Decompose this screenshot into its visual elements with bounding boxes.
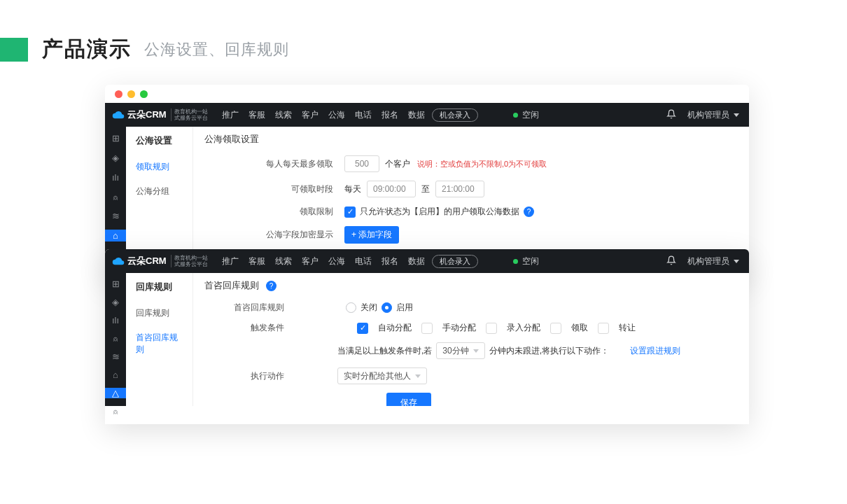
nav-signup[interactable]: 报名 [382,255,398,267]
help-icon[interactable]: ? [524,206,534,217]
rail-shield-icon[interactable]: ◈ [105,297,126,307]
nav-customers[interactable]: 客户 [302,109,318,121]
input-time-to[interactable]: 21:00:00 [435,181,484,197]
nav-data[interactable]: 数据 [408,255,425,267]
rail-shield-icon[interactable]: ◈ [105,152,126,164]
rail-dashboard-icon[interactable]: ⊞ [105,132,126,144]
subnav-first-consult-rules[interactable]: 首咨回库规则 [126,326,192,362]
chk-claim[interactable]: ✓ [550,323,561,334]
row-daily-max: 每人每天最多领取 500 个客户 说明：空或负值为不限制,0为不可领取 [204,155,738,172]
brand-tagline: 教育机构一站式服务云平台 [171,255,208,267]
rail-person-icon[interactable]: ⍝ [105,191,126,203]
presence-status[interactable]: 空闲 [513,109,539,121]
rail-stats-icon[interactable]: ılı [105,315,126,326]
presence-dot-icon [513,113,518,118]
brand-logo[interactable]: 云朵CRM 教育机构一站式服务云平台 [105,255,212,267]
notification-bell-icon[interactable] [666,255,676,267]
cloud-icon [112,255,125,267]
nav-phone[interactable]: 电话 [355,255,372,267]
presence-label: 空闲 [522,109,539,121]
presence-label: 空闲 [522,255,539,267]
radio-on[interactable] [382,302,392,313]
chk-manual-assign[interactable]: ✓ [421,323,433,334]
user-menu[interactable]: 机构管理员 [687,109,739,121]
label-claim-limit: 领取限制 [204,206,344,218]
nav-phone[interactable]: 电话 [355,109,372,121]
nav-support[interactable]: 客服 [248,255,265,267]
rail-layers-icon[interactable]: ≋ [105,351,126,362]
record-opportunity-button[interactable]: 机会录入 [432,108,478,122]
nav-publicpool[interactable]: 公海 [328,109,345,121]
opt-input-assign: 录入分配 [507,322,540,334]
label-rule-toggle: 首咨回库规则 [204,302,295,314]
chk-transfer[interactable]: ✓ [598,323,609,334]
user-menu[interactable]: 机构管理员 [687,255,739,267]
nav-customers[interactable]: 客户 [302,255,318,267]
label-daily: 每天 [344,183,361,195]
icon-rail: ⊞ ◈ ılı ⍝ ≋ ⌂ △ ⍝ [105,273,126,406]
nav-promote[interactable]: 推广 [222,109,239,121]
row-claim-limit: 领取限制 ✓ 只允许状态为【启用】的用户领取公海数据 ? [204,206,738,218]
app-header: 云朵CRM 教育机构一站式服务云平台 推广 客服 线索 客户 公海 电话 报名 … [105,103,749,127]
subnav-claim-rules[interactable]: 领取规则 [126,155,192,179]
link-set-followup-rule[interactable]: 设置跟进规则 [630,345,680,357]
rail-dashboard-icon[interactable]: ⊞ [105,279,126,289]
nav-leads[interactable]: 线索 [275,255,292,267]
help-icon[interactable]: ? [266,281,276,291]
rail-recycle-icon[interactable]: △ [105,388,126,398]
add-field-button[interactable]: + 添加字段 [344,226,399,244]
subnav-title: 回库规则 [126,273,192,301]
input-time-from[interactable]: 09:00:00 [367,181,416,197]
note-daily-max: 说明：空或负值为不限制,0为不可领取 [417,159,547,169]
mac-close-icon[interactable] [115,90,122,98]
cond-text-b: 分钟内未跟进,将执行以下动作： [489,345,609,357]
rail-home-icon[interactable]: ⌂ [105,370,126,380]
save-button[interactable]: 保存 [386,393,431,406]
rail-person-icon[interactable]: ⍝ [105,333,126,344]
rail-stats-icon[interactable]: ılı [105,172,126,183]
presence-dot-icon [513,259,518,264]
window-return-rules: 云朵CRM 教育机构一站式服务云平台 推广 客服 线索 客户 公海 电话 报名 … [105,249,749,424]
select-minutes[interactable]: 30分钟 [436,342,484,359]
row-encrypt-fields: 公海字段加密显示 + 添加字段 [204,226,738,244]
chevron-down-icon [415,374,421,378]
nav-support[interactable]: 客服 [248,109,265,121]
chevron-down-icon [734,260,739,263]
rail-user2-icon[interactable]: ⍝ [105,406,126,416]
input-daily-max[interactable]: 500 [344,155,379,172]
presence-status[interactable]: 空闲 [513,255,539,267]
brand-tagline: 教育机构一站式服务云平台 [171,108,208,121]
nav-leads[interactable]: 线索 [275,109,292,121]
rail-home-icon[interactable]: ⌂ [105,230,126,241]
label-action: 执行动作 [204,370,295,382]
chk-auto-assign[interactable]: ✓ [357,323,368,334]
row-rule-toggle: 首咨回库规则 关闭 启用 [204,302,738,314]
radio-off[interactable] [346,302,356,313]
section-title-text: 首咨回库规则 [204,280,259,292]
notification-bell-icon[interactable] [666,109,676,121]
opt-manual-assign: 手动分配 [442,322,476,334]
record-opportunity-button[interactable]: 机会录入 [432,255,478,268]
select-action[interactable]: 实时分配给其他人 [337,368,427,384]
row-trigger: 触发条件 ✓自动分配 ✓手动分配 ✓录入分配 ✓领取 ✓转让 [204,322,738,334]
nav-promote[interactable]: 推广 [222,255,239,267]
nav-publicpool[interactable]: 公海 [328,255,345,267]
radio-on-label: 启用 [396,302,413,314]
radio-off-label: 关闭 [360,302,377,314]
rail-layers-icon[interactable]: ≋ [105,211,126,223]
subnav-return-rules[interactable]: 回库规则 [126,301,192,326]
mac-min-icon[interactable] [127,90,135,98]
mac-max-icon[interactable] [140,90,148,98]
app-header: 云朵CRM 教育机构一站式服务云平台 推广 客服 线索 客户 公海 电话 报名 … [105,249,749,273]
checkbox-enabled-only[interactable]: ✓ [344,206,356,218]
nav-data[interactable]: 数据 [408,109,425,121]
label-daily-max: 每人每天最多领取 [204,158,344,170]
chk-input-assign[interactable]: ✓ [486,323,497,334]
brand-logo[interactable]: 云朵CRM 教育机构一站式服务云平台 [105,108,212,121]
label-encrypt-fields: 公海字段加密显示 [204,229,344,241]
nav-signup[interactable]: 报名 [382,109,398,121]
row-time-range: 可领取时段 每天 09:00:00 至 21:00:00 [204,181,738,197]
text-enabled-only: 只允许状态为【启用】的用户领取公海数据 [360,206,519,218]
subnav-pool-groups[interactable]: 公海分组 [126,179,192,204]
row-condition-line: 当满足以上触发条件时,若 30分钟 分钟内未跟进,将执行以下动作： 设置跟进规则 [204,342,738,359]
